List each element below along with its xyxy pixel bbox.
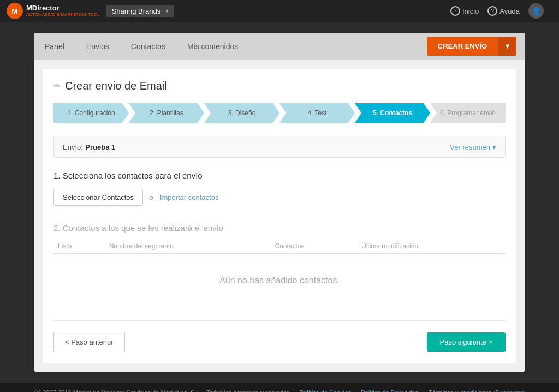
home-icon: ⌂: [450, 6, 460, 16]
create-btn-wrap: CREAR ENVÍO ▼: [427, 37, 516, 56]
logo-sub-text: AUTOMASIVO E-MARKETING TOOL: [26, 13, 100, 17]
help-icon: ?: [487, 6, 497, 16]
user-avatar[interactable]: 👤: [528, 3, 544, 19]
separator-text: o: [150, 194, 153, 201]
nav-envios[interactable]: Envios: [84, 42, 111, 51]
next-step-button[interactable]: Paso siguiente >: [427, 332, 506, 352]
site-footer: (c) 2007-2016 Marketing Manager Servicio…: [0, 383, 559, 392]
step-test[interactable]: 4. Test: [280, 103, 355, 123]
nav-right: ⌂ Inicio ? Ayuda 👤: [450, 3, 552, 19]
contacts-table: Lista Nombre del segmento Contactos Últi…: [53, 239, 506, 307]
col-lista: Lista: [53, 239, 105, 254]
step-configuracion[interactable]: 1. Configuración: [53, 103, 129, 123]
brand-selector[interactable]: Sharing Brands: [106, 5, 174, 17]
nav-mis-contenidos[interactable]: Mis contenidos: [185, 42, 240, 51]
logo-text: MDirector AUTOMASIVO E-MARKETING TOOL: [26, 4, 100, 17]
sub-nav-links: Panel Envios Contactos Mis contenidos: [43, 42, 240, 51]
select-contacts-button[interactable]: Seleccionar Contactos: [53, 189, 143, 206]
envio-label: Envío:: [63, 143, 83, 151]
logo-area: M MDirector AUTOMASIVO E-MARKETING TOOL: [7, 3, 100, 19]
prev-step-button[interactable]: < Paso anterior: [53, 332, 125, 352]
stepper: 1. Configuración 2. Plantillas 3. Diseño…: [53, 103, 506, 123]
pencil-icon: ✏: [53, 81, 61, 91]
col-modificacion: Última modificación: [357, 239, 506, 254]
create-envio-button[interactable]: CREAR ENVÍO: [427, 37, 498, 56]
step-programar[interactable]: 6. Programar envio: [430, 103, 506, 123]
chevron-down-icon: ▾: [492, 143, 496, 151]
import-contacts-link[interactable]: Importar contactos: [160, 193, 219, 201]
inicio-link[interactable]: ⌂ Inicio: [450, 6, 479, 16]
ayuda-link[interactable]: ? Ayuda: [487, 6, 520, 16]
logo-icon: M: [7, 3, 23, 19]
sub-nav: Panel Envios Contactos Mis contenidos CR…: [34, 33, 525, 60]
step-diseno[interactable]: 3. Diseño: [204, 103, 280, 123]
ver-resumen-link[interactable]: Ver resumen ▾: [450, 143, 496, 151]
step-plantillas[interactable]: 2. Plantillas: [129, 103, 204, 123]
col-nombre: Nombre del segmento: [105, 239, 271, 254]
footer-text: (c) 2007-2016 Marketing Manager Servicio…: [34, 389, 289, 392]
footer-cookies-link[interactable]: Política de Cookies: [300, 389, 351, 392]
select-contacts-row: Seleccionar Contactos o Importar contact…: [53, 189, 506, 206]
envio-value: Prueba 1: [85, 143, 115, 151]
top-nav: M MDirector AUTOMASIVO E-MARKETING TOOL …: [0, 0, 559, 22]
nav-panel[interactable]: Panel: [43, 42, 67, 51]
logo-main-text: MDirector: [26, 4, 100, 12]
footer-row: < Paso anterior Paso siguiente >: [53, 320, 506, 352]
envio-bar: Envío: Prueba 1 Ver resumen ▾: [53, 136, 506, 158]
main-wrap: Panel Envios Contactos Mis contenidos CR…: [0, 22, 559, 383]
page-inner: ✏ Crear envio de Email 1. Configuración …: [43, 69, 516, 363]
footer-privacidad-link[interactable]: Política de Privacidad: [361, 389, 419, 392]
footer-terminos-link[interactable]: Términos y condiciones (Descargar): [429, 389, 525, 392]
section2-title: 2. Contactos a los que se les realizará …: [53, 223, 506, 233]
nav-contactos[interactable]: Contactos: [129, 42, 168, 51]
create-envio-dropdown[interactable]: ▼: [498, 37, 516, 56]
content-box: Panel Envios Contactos Mis contenidos CR…: [34, 33, 525, 372]
col-contactos: Contactos: [270, 239, 357, 254]
section1-title: 1. Selecciona los contactos para el enví…: [53, 171, 506, 180]
brand-selector-wrap[interactable]: Sharing Brands: [106, 5, 174, 17]
step-contactos[interactable]: 5. Contactos: [355, 103, 430, 123]
empty-message: Aún no has añadido contactos.: [53, 254, 506, 308]
page-title: Crear envio de Email: [65, 80, 167, 92]
page-title-row: ✏ Crear envio de Email: [53, 80, 506, 92]
